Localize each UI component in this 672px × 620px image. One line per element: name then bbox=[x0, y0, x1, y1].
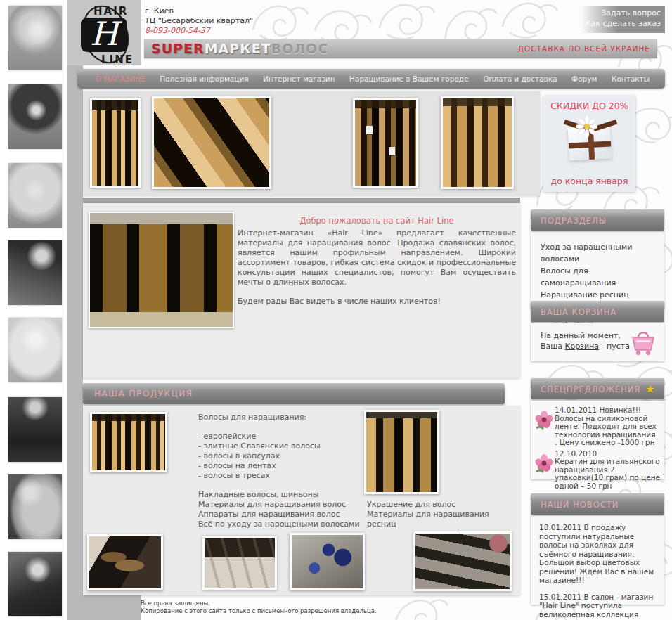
vertical-divider-band bbox=[67, 0, 83, 620]
welcome-title: Добро пожаловать на сайт Hair Line bbox=[239, 216, 515, 226]
nav-item-forum[interactable]: Форум bbox=[571, 75, 597, 83]
brand-super: SUPER bbox=[151, 41, 205, 56]
hairline-logo: HAIR H LINE bbox=[75, 3, 136, 68]
model-photo-5 bbox=[8, 318, 62, 382]
special-offer-item[interactable]: 14.01.2011 Новинка!!! Волосы на силиконо… bbox=[535, 406, 660, 447]
product-type-wefts[interactable]: - волосы в тресах bbox=[198, 471, 374, 481]
product-photo-hanging-hair[interactable] bbox=[364, 410, 439, 494]
special-offer-text: 12.10.2010 Кератин для итальянского нара… bbox=[555, 450, 660, 491]
sections-header: ПОДРАЗДЕЛЫ bbox=[531, 209, 664, 231]
products-right-links: Украшение для волос Материалы для наращи… bbox=[367, 500, 520, 529]
section-link-self[interactable]: Волосы для самонаращивания bbox=[541, 265, 664, 289]
gallery-photo-tagged-hair[interactable] bbox=[353, 98, 418, 188]
brand-market: МАРКЕТ bbox=[205, 41, 271, 56]
how-to-order-link[interactable]: Как сделать заказ bbox=[581, 18, 661, 29]
product-type-capsules[interactable]: - волосы в капсулах bbox=[198, 451, 374, 461]
product-extra-care[interactable]: Всё по уходу за нарощеными волосами bbox=[198, 519, 374, 529]
footer-line-1: Все права защищены. bbox=[141, 600, 377, 607]
model-photo-1 bbox=[8, 6, 62, 70]
nav-item-info[interactable]: Полезная информация bbox=[160, 75, 248, 83]
nav-item-city[interactable]: Наращивание в Вашем городе bbox=[349, 75, 469, 83]
specials-header: СПЕЦПРЕДЛОЖЕНИЯ ★ bbox=[531, 378, 664, 399]
product-extra-devices[interactable]: Аппараты для наращивания волос bbox=[198, 510, 374, 519]
news-header: НАШИ НОВОСТИ bbox=[531, 493, 664, 515]
product-photo-packets[interactable] bbox=[202, 536, 277, 590]
product-type-european[interactable]: - европейские bbox=[198, 432, 374, 441]
brand-volos: ВОЛОС bbox=[271, 41, 329, 56]
promo-until-text: до конца января bbox=[545, 176, 633, 186]
product-extra-wigs[interactable]: Накладные волосы, шиньоны bbox=[198, 490, 374, 500]
content-top-bar bbox=[83, 198, 520, 203]
news-item-2: 15.01.2011 В салон - магазин "Hair Line"… bbox=[539, 593, 657, 620]
product-photo-glue-pots[interactable] bbox=[290, 533, 365, 590]
daisy-flower-icon bbox=[576, 116, 597, 137]
product-extra-materials[interactable]: Материалы для наращивания волос bbox=[198, 500, 374, 510]
model-photo-7 bbox=[8, 474, 62, 539]
discount-promo-banner[interactable]: СКИДКИ ДО 20% до конца января bbox=[543, 96, 635, 192]
phone-number: 8-093-000-54-37 bbox=[145, 26, 253, 36]
nav-item-payment[interactable]: Оплата и доставка bbox=[483, 75, 557, 83]
brand-wordmark: SUPERМАРКЕТВОЛОС bbox=[151, 41, 328, 56]
news-item-1: 18.01.2011 В продажу поступили натуральн… bbox=[539, 523, 657, 585]
store-address: г. Киев ТЦ "Бесарабский квартал" 8-093-0… bbox=[145, 6, 253, 36]
star-icon: ★ bbox=[645, 382, 656, 396]
flower-icon bbox=[535, 406, 555, 447]
address-mall: ТЦ "Бесарабский квартал" bbox=[145, 16, 253, 26]
product-photo-eyelashes[interactable] bbox=[413, 531, 512, 591]
special-offer-text: 14.01.2011 Новинка!!! Волосы на силиконо… bbox=[555, 406, 660, 447]
cart-icon bbox=[628, 328, 659, 357]
footer-copyright: Все права защищены. Копирование с этого … bbox=[141, 600, 377, 615]
product-photo-brushes[interactable] bbox=[87, 534, 163, 590]
promo-discount-text: СКИДКИ ДО 20% bbox=[545, 101, 633, 111]
salon-interior-photo bbox=[89, 212, 234, 328]
main-nav: О МАГАЗИНЕ Полезная информация Интернет … bbox=[77, 69, 665, 89]
cart-box: На данный момент, Ваша Корзина - пуста bbox=[531, 323, 664, 361]
products-panel: Волосы для наращивания: - европейские - … bbox=[83, 406, 520, 595]
welcome-panel: Добро пожаловать на сайт Hair Line Интер… bbox=[83, 203, 520, 378]
specials-list: 14.01.2011 Новинка!!! Волосы на силиконо… bbox=[531, 401, 664, 479]
welcome-paragraph-2: Будем рады Вас видеть в числе наших клие… bbox=[238, 297, 516, 306]
products-text: Волосы для наращивания: - европейские - … bbox=[198, 413, 374, 529]
header-links: Задать вопрос Как сделать заказ bbox=[581, 6, 665, 33]
nav-item-contacts[interactable]: Контакты bbox=[612, 75, 650, 83]
page: HAIR H LINE г. Киев ТЦ "Бесарабский квар… bbox=[0, 0, 672, 620]
product-link-lashes[interactable]: Материалы для наращивания ресниц bbox=[367, 510, 520, 529]
product-link-decor[interactable]: Украшение для волос bbox=[367, 500, 520, 510]
logo-line-text: LINE bbox=[101, 53, 134, 66]
address-city: г. Киев bbox=[145, 6, 253, 16]
welcome-paragraph-1: Интернет-магазин «Hair Line» предлагает … bbox=[238, 228, 516, 288]
footer-line-2: Копирование с этого сайта только с письм… bbox=[141, 607, 377, 615]
footer-gray-block bbox=[67, 594, 141, 620]
section-link-care[interactable]: Уход за наращенными волосами bbox=[541, 241, 664, 265]
cart-text-post: - пуста bbox=[599, 342, 630, 351]
cart-link[interactable]: Корзина bbox=[565, 342, 599, 351]
products-intro: Волосы для наращивания: bbox=[198, 413, 374, 422]
cart-header: ВАША КОРЗИНА bbox=[531, 301, 664, 322]
welcome-text: Интернет-магазин «Hair Line» предлагает … bbox=[238, 228, 516, 306]
product-photo-hair[interactable] bbox=[90, 412, 167, 472]
product-type-slavic[interactable]: - элитные Славянские волосы bbox=[198, 441, 374, 451]
special-offer-body: 14.01.2011 Новинка!!! Волосы на силиконо… bbox=[555, 406, 660, 447]
product-type-tapes[interactable]: - волосы на лентах bbox=[198, 461, 374, 471]
products-extra-list: Накладные волосы, шиньоны Материалы для … bbox=[198, 490, 374, 529]
gallery-photo-closeup[interactable] bbox=[152, 96, 271, 189]
gallery-photo-rack[interactable] bbox=[441, 96, 514, 189]
delivery-note: ДОСТАВКА ПО ВСЕЙ УКРАИНЕ bbox=[518, 44, 650, 53]
cart-text-pre: Ваша bbox=[541, 342, 565, 351]
model-photo-6 bbox=[8, 397, 62, 462]
flower-icon bbox=[535, 450, 555, 491]
news-list: 18.01.2011 В продажу поступили натуральн… bbox=[531, 516, 664, 605]
specials-title: СПЕЦПРЕДЛОЖЕНИЯ bbox=[541, 385, 640, 394]
nav-item-about[interactable]: О МАГАЗИНЕ bbox=[96, 75, 146, 83]
products-list: - европейские - элитные Славянские волос… bbox=[198, 432, 374, 481]
gallery-photo-strands[interactable] bbox=[90, 98, 141, 188]
model-photo-2 bbox=[8, 84, 62, 149]
section-link-lashes[interactable]: Наращивание ресниц bbox=[541, 289, 664, 301]
ask-question-link[interactable]: Задать вопрос bbox=[581, 8, 661, 18]
nav-item-shop[interactable]: Интернет магазин bbox=[263, 75, 335, 83]
gallery-panel bbox=[83, 91, 540, 195]
special-offer-item[interactable]: 12.10.2010 Кератин для итальянского нара… bbox=[535, 450, 660, 491]
logo-h-letter: H bbox=[90, 15, 122, 53]
brand-banner: SUPERМАРКЕТВОЛОС ДОСТАВКА ПО ВСЕЙ УКРАИН… bbox=[144, 39, 657, 58]
products-section-header: НАША ПРОДУКЦИЯ bbox=[83, 383, 505, 404]
